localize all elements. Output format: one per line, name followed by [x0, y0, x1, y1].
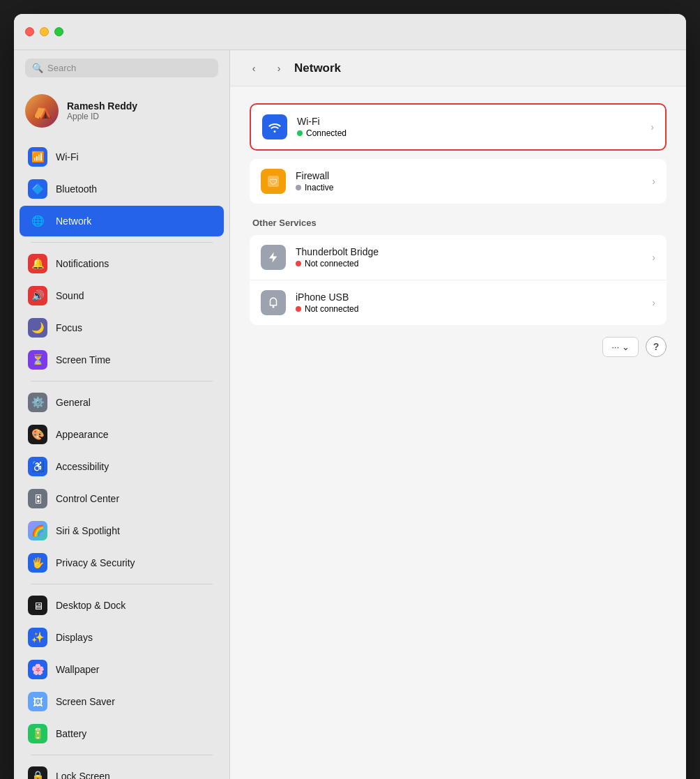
thunderbolt-status-text: Not connected — [305, 259, 358, 269]
divider-2 — [31, 381, 213, 381]
user-profile[interactable]: ⛺ Ramesh Reddy Apple ID — [14, 86, 229, 136]
sidebar-item-screen-saver[interactable]: 🖼 Screen Saver — [20, 686, 224, 717]
avatar: ⛺ — [25, 94, 59, 128]
thunderbolt-network-item[interactable]: Thunderbolt Bridge Not connected › — [250, 235, 667, 280]
main-body: Wi-Fi Connected › 🛡 — [230, 86, 686, 779]
nav-forward-button[interactable]: › — [269, 59, 289, 78]
divider-4 — [31, 755, 213, 755]
sidebar-item-network[interactable]: 🌐 Network — [20, 206, 224, 236]
sidebar-item-general[interactable]: ⚙️ General — [20, 387, 224, 418]
sidebar-label-control-center: Control Center — [56, 493, 119, 504]
close-button[interactable] — [25, 27, 34, 36]
notifications-icon-box: 🔔 — [28, 254, 47, 273]
sidebar-label-siri: Siri & Spotlight — [56, 525, 120, 536]
sidebar-label-bluetooth: Bluetooth — [56, 183, 97, 195]
screen-time-icon-box: ⏳ — [28, 350, 47, 370]
wifi-chevron-icon: › — [650, 121, 654, 133]
main-content: ‹ › Network — [230, 50, 686, 779]
wifi-status-dot — [297, 130, 303, 136]
iphone-usb-network-item[interactable]: iPhone USB Not connected › — [250, 280, 667, 325]
sidebar-label-focus: Focus — [56, 322, 82, 333]
title-bar — [14, 14, 686, 50]
user-subtitle: Apple ID — [67, 112, 137, 121]
sidebar-label-appearance: Appearance — [56, 429, 109, 440]
sidebar-label-wifi: Wi-Fi — [56, 151, 79, 162]
sidebar-label-wallpaper: Wallpaper — [56, 664, 100, 675]
thunderbolt-status-dot — [296, 261, 301, 266]
more-chevron-icon: ⌄ — [622, 342, 630, 352]
sidebar-label-desktop-dock: Desktop & Dock — [56, 600, 125, 611]
iphone-usb-service-icon — [261, 290, 286, 315]
sidebar-items-list: 📶 Wi-Fi 🔷 Bluetooth 🌐 Network 🔔 No — [14, 142, 229, 779]
network-icon-box: 🌐 — [28, 211, 47, 231]
nav-back-button[interactable]: ‹ — [244, 59, 264, 78]
lock-screen-icon-box: 🔒 — [28, 766, 47, 779]
firewall-chevron-icon: › — [652, 176, 655, 187]
page-title: Network — [294, 61, 341, 75]
battery-icon-box: 🔋 — [28, 724, 47, 743]
thunderbolt-status: Not connected — [296, 259, 646, 269]
sound-icon-box: 🔊 — [28, 286, 47, 305]
bluetooth-icon-box: 🔷 — [28, 179, 47, 199]
sidebar-item-privacy[interactable]: 🖐 Privacy & Security — [20, 547, 224, 578]
firewall-network-item[interactable]: 🛡 Firewall Inactive › — [250, 159, 667, 204]
wifi-network-item[interactable]: Wi-Fi Connected › — [250, 103, 667, 151]
thunderbolt-info: Thunderbolt Bridge Not connected — [296, 246, 646, 269]
firewall-status: Inactive — [296, 183, 646, 192]
sidebar-item-lock-screen[interactable]: 🔒 Lock Screen — [20, 761, 224, 779]
sidebar-label-screen-time: Screen Time — [56, 354, 111, 365]
wallpaper-icon-box: 🌸 — [28, 660, 47, 679]
siri-icon-box: 🌈 — [28, 521, 47, 540]
sidebar-label-lock-screen: Lock Screen — [56, 771, 110, 779]
iphone-usb-chevron-icon: › — [652, 297, 655, 308]
sidebar-item-displays[interactable]: ✨ Displays — [20, 622, 224, 653]
main-header: ‹ › Network — [230, 50, 686, 86]
help-button[interactable]: ? — [646, 336, 667, 357]
iphone-usb-status: Not connected — [296, 304, 646, 314]
sidebar-label-screen-saver: Screen Saver — [56, 696, 115, 707]
search-input[interactable] — [47, 63, 211, 73]
sidebar-label-battery: Battery — [56, 728, 86, 739]
sidebar-item-desktop-dock[interactable]: 🖥 Desktop & Dock — [20, 590, 224, 621]
search-icon: 🔍 — [32, 63, 43, 73]
svg-point-2 — [273, 306, 275, 308]
search-wrapper[interactable]: 🔍 — [25, 59, 218, 77]
sidebar-label-general: General — [56, 397, 91, 408]
more-dots-label: ··· — [611, 342, 619, 352]
user-info: Ramesh Reddy Apple ID — [67, 100, 137, 121]
sidebar-item-notifications[interactable]: 🔔 Notifications — [20, 248, 224, 279]
wifi-status-text: Connected — [306, 128, 347, 138]
sidebar-label-sound: Sound — [56, 290, 84, 301]
maximize-button[interactable] — [54, 27, 63, 36]
firewall-status-text: Inactive — [305, 183, 333, 192]
focus-icon-box: 🌙 — [28, 318, 47, 338]
system-settings-window: 🔍 ⛺ Ramesh Reddy Apple ID 📶 Wi — [14, 14, 686, 779]
sidebar-item-appearance[interactable]: 🎨 Appearance — [20, 419, 224, 450]
sidebar-item-accessibility[interactable]: ♿ Accessibility — [20, 451, 224, 482]
sidebar-item-wallpaper[interactable]: 🌸 Wallpaper — [20, 654, 224, 685]
sidebar-item-bluetooth[interactable]: 🔷 Bluetooth — [20, 174, 224, 204]
bottom-toolbar: ··· ⌄ ? — [250, 325, 667, 357]
other-services-title: Other Services — [250, 218, 667, 228]
divider-1 — [31, 242, 213, 243]
sidebar-label-privacy: Privacy & Security — [56, 557, 135, 568]
more-options-button[interactable]: ··· ⌄ — [602, 337, 639, 357]
screen-saver-icon-box: 🖼 — [28, 692, 47, 711]
sidebar-item-siri[interactable]: 🌈 Siri & Spotlight — [20, 515, 224, 546]
sidebar-item-wifi[interactable]: 📶 Wi-Fi — [20, 142, 224, 172]
iphone-usb-status-text: Not connected — [305, 304, 358, 314]
iphone-usb-name: iPhone USB — [296, 292, 646, 303]
iphone-usb-info: iPhone USB Not connected — [296, 292, 646, 314]
sidebar-item-battery[interactable]: 🔋 Battery — [20, 718, 224, 749]
sidebar-item-screen-time[interactable]: ⏳ Screen Time — [20, 345, 224, 375]
other-services-group: Thunderbolt Bridge Not connected › — [250, 235, 667, 325]
thunderbolt-name: Thunderbolt Bridge — [296, 246, 646, 257]
sidebar-label-displays: Displays — [56, 632, 93, 643]
minimize-button[interactable] — [40, 27, 49, 36]
thunderbolt-service-icon — [261, 245, 286, 270]
general-icon-box: ⚙️ — [28, 393, 47, 412]
privacy-icon-box: 🖐 — [28, 553, 47, 573]
sidebar-item-control-center[interactable]: 🎛 Control Center — [20, 483, 224, 514]
sidebar-item-focus[interactable]: 🌙 Focus — [20, 312, 224, 343]
sidebar-item-sound[interactable]: 🔊 Sound — [20, 280, 224, 311]
